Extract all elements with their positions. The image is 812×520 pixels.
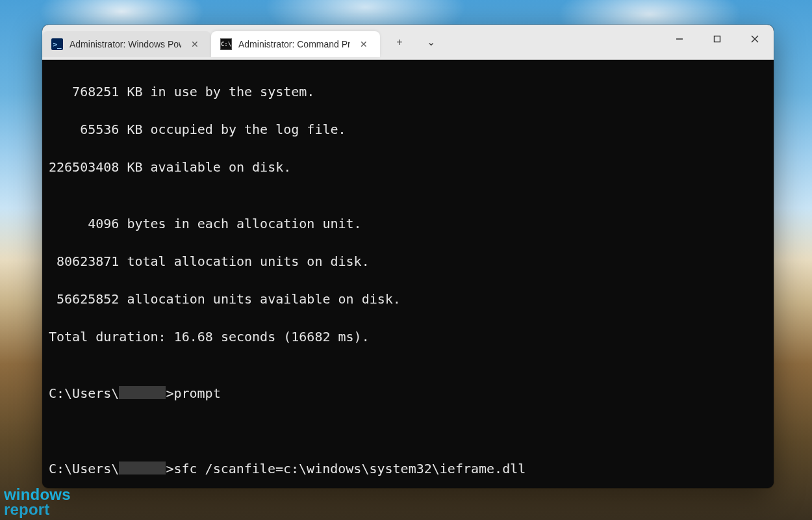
titlebar: >_ Administrator: Windows PowerS ✕ C:\ A… — [42, 25, 774, 60]
terminal-output[interactable]: 768251 KB in use by the system. 65536 KB… — [42, 60, 774, 488]
command-text: sfc /scanfile=c:\windows\system32\iefram… — [173, 461, 526, 476]
terminal-line — [49, 422, 767, 441]
command-text: prompt — [173, 385, 220, 401]
terminal-line: 226503408 KB available on disk. — [49, 158, 767, 177]
watermark-logo: windows report — [4, 488, 71, 517]
tab-label: Administrator: Command Promp — [238, 39, 350, 49]
cmd-icon: C:\ — [220, 38, 232, 50]
svg-rect-1 — [715, 36, 720, 42]
terminal-line: 768251 KB in use by the system. — [49, 83, 767, 101]
tab-label: Administrator: Windows PowerS — [70, 39, 181, 49]
maximize-button[interactable] — [698, 25, 736, 53]
window-controls — [661, 25, 774, 59]
tab-command-prompt[interactable]: C:\ Administrator: Command Promp ✕ — [211, 31, 380, 57]
close-tab-button[interactable]: ✕ — [188, 37, 202, 51]
terminal-line: 56625852 allocation units available on d… — [49, 290, 767, 309]
terminal-line: 65536 KB occupied by the log file. — [49, 120, 767, 139]
terminal-line: 80623871 total allocation units on disk. — [49, 252, 767, 271]
terminal-line: C:\Users\>prompt — [49, 384, 767, 403]
terminal-window: >_ Administrator: Windows PowerS ✕ C:\ A… — [42, 25, 774, 488]
watermark-line2: report — [4, 502, 71, 517]
tab-powershell[interactable]: >_ Administrator: Windows PowerS ✕ — [42, 31, 211, 57]
tab-dropdown-button[interactable]: ⌄ — [416, 28, 445, 57]
terminal-line: Total duration: 16.68 seconds (16682 ms)… — [49, 328, 767, 346]
close-tab-button[interactable]: ✕ — [357, 37, 371, 51]
redacted-username — [119, 462, 166, 474]
minimize-button[interactable] — [661, 25, 698, 53]
terminal-line: C:\Users\>sfc /scanfile=c:\windows\syste… — [49, 460, 767, 478]
new-tab-button[interactable]: + — [385, 28, 414, 57]
powershell-icon: >_ — [51, 38, 63, 50]
desktop-wallpaper: >_ Administrator: Windows PowerS ✕ C:\ A… — [0, 0, 812, 520]
terminal-line: 4096 bytes in each allocation unit. — [49, 214, 767, 233]
close-window-button[interactable] — [736, 25, 774, 53]
tab-actions: + ⌄ — [385, 25, 445, 59]
redacted-username — [119, 386, 166, 399]
